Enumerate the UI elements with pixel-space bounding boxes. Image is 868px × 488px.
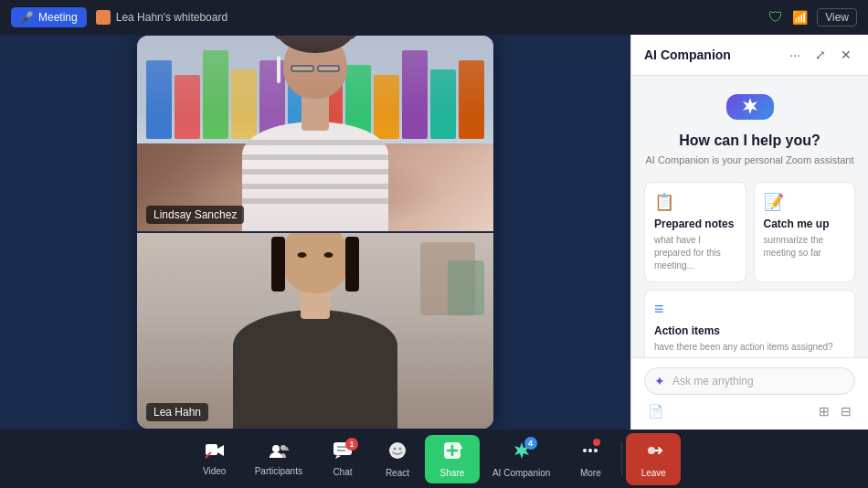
more-label: More [580,468,601,478]
toolbar-participants[interactable]: ▲ Participants [242,437,315,482]
ai-card-catch-me-up[interactable]: 📝 Catch me up summarize the meeting so f… [754,182,856,282]
toolbar-react[interactable]: React [370,435,425,483]
chat-icon: 1 [333,441,353,464]
ai-footer-filter-button[interactable]: ⊟ [839,402,853,420]
prepared-notes-title: Prepared notes [654,217,736,230]
action-items-icon: ≡ [654,300,845,319]
signal-icon: 📶 [792,10,808,25]
share-label: Share [440,468,465,478]
whiteboard-icon [96,10,111,25]
toolbar-share[interactable]: ▲ Share [425,435,480,483]
ai-panel-footer: ✦ Ask me anything 📄 ⊞ ⊟ [631,357,868,430]
chat-badge: 1 [345,438,358,451]
view-button[interactable]: View [817,8,857,27]
ai-footer-grid-button[interactable]: ⊞ [817,402,831,420]
ai-panel-title: AI Companion [644,48,731,62]
ai-logo [726,94,774,120]
leave-icon [643,440,663,465]
toolbar-leave[interactable]: Leave [626,433,681,485]
share-caret-icon: ▲ [457,442,464,451]
ai-input-placeholder: Ask me anything [672,375,845,387]
toolbar-video[interactable]: Video [187,437,242,482]
ai-companion-icon: 4 [512,440,532,465]
react-icon [387,440,408,465]
video-area: Lindsay Sanchez [0,35,630,430]
ai-input-sparkle-icon: ✦ [654,374,665,388]
prepared-notes-icon: 📋 [654,192,736,212]
titlebar: 🎤 Meeting Lea Hahn's whiteboard 🛡 📶 View [0,0,868,35]
ai-companion-label: AI Companion [492,468,550,478]
whiteboard-label: Lea Hahn's whiteboard [116,11,228,24]
more-badge [593,439,600,446]
svg-point-8 [393,447,396,450]
video-icon [205,442,225,463]
ai-panel-close-button[interactable]: ✕ [837,46,855,64]
titlebar-right: 🛡 📶 View [768,8,857,27]
svg-point-15 [594,449,598,452]
participants-icon: ▲ [269,442,289,463]
ai-card-action-items[interactable]: ≡ Action items have there been any actio… [644,290,855,357]
svg-point-7 [389,442,406,459]
ai-panel-more-button[interactable]: ··· [786,46,804,64]
ai-card-prepared-notes[interactable]: 📋 Prepared notes what have I prepared fo… [644,182,746,282]
ai-footer-actions: 📄 ⊞ ⊟ [644,402,855,420]
person-top-body [224,48,407,231]
leave-label: Leave [641,468,666,478]
person-bottom-body [215,233,416,429]
participant-name-bottom: Lea Hahn [146,403,208,421]
svg-point-16 [648,447,655,454]
more-icon [580,440,600,465]
ai-panel-popout-button[interactable]: ⤢ [811,46,830,64]
whiteboard-tab[interactable]: Lea Hahn's whiteboard [96,10,228,25]
toolbar-more[interactable]: More [563,435,618,483]
meeting-label: Meeting [38,11,78,24]
ai-companion-panel: AI Companion ··· ⤢ ✕ How can I help you?… [630,35,868,430]
share-icon: ▲ [442,440,462,465]
video-cell-bottom: Lea Hahn [137,233,493,429]
action-items-title: Action items [654,324,845,337]
participant-name-top: Lindsay Sanchez [146,206,244,224]
ai-companion-badge: 4 [524,437,537,450]
svg-point-9 [398,447,401,450]
main-content: Lindsay Sanchez [0,35,868,430]
ai-input-row[interactable]: ✦ Ask me anything [644,367,855,395]
ai-panel-header: AI Companion ··· ⤢ ✕ [631,35,868,76]
svg-point-13 [583,449,587,452]
shield-icon: 🛡 [768,9,783,26]
ai-help-title: How can I help you? [679,133,820,149]
action-items-desc: have there been any action items assigne… [654,341,845,354]
toolbar-ai-companion[interactable]: 4 AI Companion [480,435,563,483]
toolbar-chat[interactable]: 1 Chat [315,436,370,483]
ai-panel-body: How can I help you? AI Companion is your… [631,76,868,357]
toolbar: Video ▲ Participants 1 Chat [0,430,868,488]
video-grid: Lindsay Sanchez [137,36,493,429]
titlebar-left: 🎤 Meeting Lea Hahn's whiteboard [11,7,228,27]
svg-point-2 [272,445,280,452]
toolbar-divider [621,442,622,475]
ai-help-subtitle: AI Companion is your personal Zoom assis… [645,154,853,165]
svg-rect-0 [206,444,217,455]
catch-me-up-title: Catch me up [764,217,846,230]
ai-panel-actions: ··· ⤢ ✕ [786,46,855,64]
ai-cards-single: ≡ Action items have there been any actio… [644,290,855,357]
video-label: Video [203,466,226,476]
participants-caret-icon: ▲ [283,444,291,452]
ai-footer-document-button[interactable]: 📄 [646,402,665,420]
react-label: React [386,468,409,478]
chat-label: Chat [333,467,352,477]
ai-cards-grid: 📋 Prepared notes what have I prepared fo… [644,182,855,282]
ai-logo-icon [737,94,763,120]
meeting-button[interactable]: 🎤 Meeting [11,7,87,27]
prepared-notes-desc: what have I prepared for this meeting... [654,234,736,272]
participants-label: Participants [255,466,302,476]
svg-point-14 [588,449,592,452]
meeting-icon: 🎤 [20,11,34,24]
catch-me-up-desc: summarize the meeting so far [764,234,846,260]
video-cell-top: Lindsay Sanchez [137,36,493,233]
catch-me-up-icon: 📝 [764,192,846,212]
